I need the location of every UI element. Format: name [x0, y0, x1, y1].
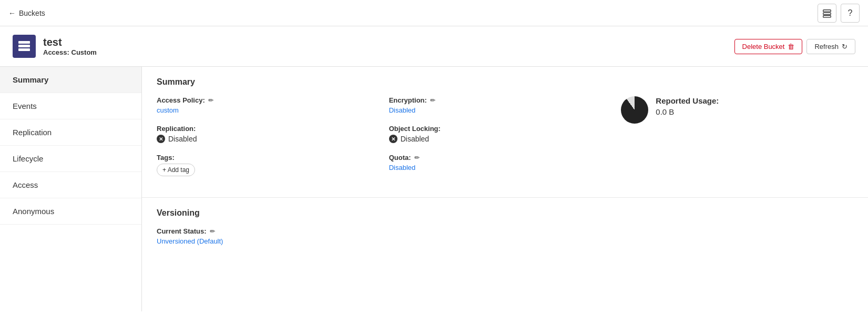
refresh-label: Refresh [814, 43, 839, 51]
summary-col-1: Access Policy: ✏ custom Replication: ✕ D… [157, 96, 389, 187]
back-arrow-icon: ← [8, 9, 16, 17]
help-icon-button[interactable]: ? [841, 4, 860, 23]
main-layout: Summary Events Replication Lifecycle Acc… [0, 67, 868, 311]
top-bar-icons: ? [818, 4, 860, 23]
top-bar: ← Buckets ? [0, 0, 868, 26]
tags-value: + Add tag [157, 164, 376, 176]
encryption-edit-icon[interactable]: ✏ [430, 97, 435, 104]
tags-field: Tags: + Add tag [157, 154, 376, 176]
bucket-text-info: test Access: Custom [43, 36, 97, 56]
replication-value: ✕ Disabled [157, 135, 376, 143]
bucket-name: test [43, 36, 97, 48]
quota-value[interactable]: Disabled [389, 164, 609, 171]
versioning-title: Versioning [157, 208, 853, 218]
summary-section: Summary Access Policy: ✏ custom Replicat… [142, 67, 868, 198]
reported-usage-group: Reported Usage: 0.0 B [621, 96, 841, 124]
sidebar-events-label: Events [13, 102, 37, 110]
quota-edit-icon[interactable]: ✏ [414, 154, 420, 161]
refresh-button[interactable]: Refresh ↻ [806, 39, 855, 54]
access-policy-field: Access Policy: ✏ custom [157, 96, 376, 114]
bucket-access-line: Access: Custom [43, 48, 97, 56]
access-value: Custom [72, 48, 97, 56]
svg-rect-0 [823, 9, 831, 12]
current-status-field: Current Status: ✏ Unversioned (Default) [157, 227, 853, 245]
back-label: Buckets [19, 9, 45, 17]
trash-icon: 🗑 [788, 43, 794, 51]
replication-label: Replication: [157, 125, 376, 133]
summary-col-3: Reported Usage: 0.0 B [621, 96, 853, 187]
bucket-storage-icon [17, 39, 32, 54]
svg-rect-5 [18, 48, 30, 51]
sidebar-item-lifecycle[interactable]: Lifecycle [0, 146, 141, 172]
bucket-header: test Access: Custom Delete Bucket 🗑 Refr… [0, 26, 868, 67]
tags-label: Tags: [157, 154, 376, 161]
svg-rect-2 [823, 15, 831, 17]
current-status-label: Current Status: ✏ [157, 227, 853, 235]
encryption-field: Encryption: ✏ Disabled [389, 96, 609, 114]
back-to-buckets-link[interactable]: ← Buckets [8, 9, 45, 17]
bucket-info: test Access: Custom [13, 35, 97, 58]
usage-circle-chart [621, 96, 648, 124]
sidebar-item-replication[interactable]: Replication [0, 119, 141, 146]
replication-disabled-icon: ✕ [157, 135, 165, 143]
sidebar-item-access[interactable]: Access [0, 172, 141, 198]
help-icon: ? [848, 8, 853, 18]
access-policy-label: Access Policy: ✏ [157, 96, 376, 104]
delete-bucket-label: Delete Bucket [742, 43, 785, 51]
sidebar-item-summary[interactable]: Summary [0, 67, 141, 93]
summary-title: Summary [157, 77, 853, 87]
reported-usage-value: 0.0 B [656, 107, 719, 116]
delete-bucket-button[interactable]: Delete Bucket 🗑 [734, 39, 803, 54]
svg-rect-4 [18, 45, 30, 47]
access-policy-edit-icon[interactable]: ✏ [208, 97, 213, 104]
add-tag-button[interactable]: + Add tag [157, 164, 195, 176]
summary-grid: Access Policy: ✏ custom Replication: ✕ D… [157, 96, 853, 187]
sidebar-lifecycle-label: Lifecycle [13, 154, 43, 163]
access-policy-value[interactable]: custom [157, 106, 376, 114]
svg-rect-1 [823, 13, 831, 15]
sidebar-anonymous-label: Anonymous [13, 207, 54, 216]
current-status-value[interactable]: Unversioned (Default) [157, 237, 853, 245]
usage-info: Reported Usage: 0.0 B [656, 96, 719, 116]
access-prefix: Access: [43, 48, 69, 56]
object-locking-field: Object Locking: ✕ Disabled [389, 125, 609, 143]
storage-icon-button[interactable] [818, 4, 836, 23]
content-area: Summary Access Policy: ✏ custom Replicat… [142, 67, 868, 311]
refresh-icon: ↻ [842, 43, 847, 51]
sidebar: Summary Events Replication Lifecycle Acc… [0, 67, 142, 311]
object-locking-disabled-icon: ✕ [389, 135, 397, 143]
encryption-value[interactable]: Disabled [389, 106, 609, 114]
replication-field: Replication: ✕ Disabled [157, 125, 376, 143]
reported-usage-title: Reported Usage: [656, 96, 719, 105]
svg-rect-3 [18, 41, 30, 44]
versioning-section: Versioning Current Status: ✏ Unversioned… [142, 198, 868, 266]
object-locking-label: Object Locking: [389, 125, 609, 133]
summary-col-2: Encryption: ✏ Disabled Object Locking: ✕… [389, 96, 621, 187]
quota-label: Quota: ✏ [389, 154, 609, 161]
sidebar-item-events[interactable]: Events [0, 93, 141, 119]
sidebar-item-anonymous[interactable]: Anonymous [0, 198, 141, 225]
quota-field: Quota: ✏ Disabled [389, 154, 609, 171]
bucket-actions: Delete Bucket 🗑 Refresh ↻ [734, 39, 855, 54]
object-locking-value: ✕ Disabled [389, 135, 609, 143]
storage-icon [822, 8, 832, 18]
sidebar-access-label: Access [13, 180, 38, 189]
encryption-label: Encryption: ✏ [389, 96, 609, 104]
sidebar-summary-label: Summary [13, 75, 48, 84]
current-status-edit-icon[interactable]: ✏ [210, 228, 215, 235]
add-tag-label: + Add tag [162, 166, 189, 174]
sidebar-replication-label: Replication [13, 128, 52, 137]
bucket-icon [13, 35, 36, 58]
